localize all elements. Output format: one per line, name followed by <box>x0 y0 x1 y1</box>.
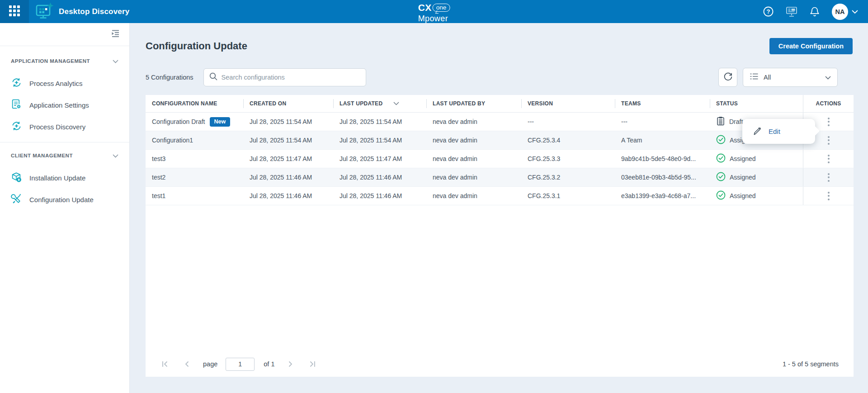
configuration-name-cell: test1 <box>146 187 243 205</box>
table-header-row: CONFIGURATION NAME CREATED ON LAST UPDAT… <box>146 95 854 113</box>
row-actions-kebab-icon[interactable] <box>823 189 834 203</box>
process-discovery-icon <box>11 120 22 133</box>
filter-dropdown[interactable]: All <box>743 68 838 87</box>
last-updated-by-cell: neva dev admin <box>426 168 521 186</box>
new-badge: New <box>210 117 231 127</box>
configuration-name-cell: test3 <box>146 150 243 168</box>
first-page-icon[interactable] <box>157 359 172 369</box>
sidebar-item-label: Installation Update <box>29 174 85 182</box>
sidebar-section-client-management[interactable]: CLIENT MANAGEMENT <box>0 151 129 161</box>
column-header-teams: TEAMS <box>615 95 710 112</box>
configurations-count: 5 Configurations <box>146 74 193 81</box>
application-settings-icon <box>11 99 22 112</box>
help-icon[interactable]: ? <box>763 6 774 17</box>
row-actions-kebab-icon[interactable] <box>823 133 834 147</box>
screen-board-icon[interactable] <box>786 6 797 17</box>
status-cell: Assigned <box>710 187 803 205</box>
page-title: Configuration Update <box>146 40 247 52</box>
last-page-icon[interactable] <box>305 359 320 369</box>
draft-clipboard-icon <box>716 116 725 127</box>
sidebar-item-process-analytics[interactable]: Process Analytics <box>0 72 129 94</box>
created-on-cell: Jul 28, 2025 11:46 AM <box>243 168 333 186</box>
created-on-cell: Jul 28, 2025 11:54 AM <box>243 131 333 149</box>
apps-grid-icon <box>9 5 20 19</box>
sidebar-item-label: Process Analytics <box>29 80 83 87</box>
table-toolbar: 5 Configurations All <box>130 68 868 87</box>
process-analytics-icon <box>11 77 22 90</box>
user-menu[interactable]: NA <box>832 4 858 20</box>
edit-menu-item[interactable]: Edit <box>769 128 780 135</box>
status-text: Assigned <box>730 155 756 162</box>
header-actions: ? NA <box>763 4 858 20</box>
pagination-range-label: 1 - 5 of 5 segments <box>783 360 839 368</box>
column-header-version: VERSION <box>521 95 615 112</box>
sidebar-item-label: Configuration Update <box>29 196 94 204</box>
search-icon <box>209 72 217 82</box>
top-header-bar: Desktop Discovery CX one Mpower ? <box>0 0 868 23</box>
avatar: NA <box>832 4 848 20</box>
collapse-sidebar-icon[interactable] <box>110 29 120 40</box>
assigned-check-icon <box>716 135 726 146</box>
column-header-status: STATUS <box>710 95 803 112</box>
configuration-name-cell: test2 <box>146 168 243 186</box>
pagination-bar: page of 1 1 - 5 of 5 segments <box>146 357 854 371</box>
edit-pencil-icon <box>752 126 762 137</box>
row-actions-kebab-icon[interactable] <box>823 115 834 129</box>
section-chevron-down-icon <box>113 152 118 160</box>
one-bubble-text: one <box>433 4 450 12</box>
installation-update-icon <box>11 171 22 185</box>
last-updated-by-cell: neva dev admin <box>426 113 521 131</box>
column-header-last-updated[interactable]: LAST UPDATED <box>333 95 426 112</box>
configuration-name-cell: Configuration Draft New <box>146 113 243 131</box>
column-header-last-updated-by: LAST UPDATED BY <box>426 95 521 112</box>
configuration-name: Configuration Draft <box>152 118 205 125</box>
filter-chevron-down-icon <box>825 73 831 81</box>
notifications-bell-icon[interactable] <box>810 6 820 17</box>
version-cell: CFG.25.3.1 <box>521 187 615 205</box>
sidebar-item-installation-update[interactable]: Installation Update <box>0 167 129 189</box>
sidebar: APPLICATION MANAGEMENT <box>0 23 130 393</box>
row-context-menu: Edit <box>742 119 815 144</box>
page-number-input[interactable] <box>226 358 255 371</box>
actions-cell <box>803 168 854 186</box>
assigned-check-icon <box>716 172 726 183</box>
user-menu-chevron-down-icon <box>852 8 858 16</box>
sidebar-item-application-settings[interactable]: Application Settings <box>0 94 129 116</box>
main-content: Configuration Update Create Configuratio… <box>130 23 868 393</box>
row-actions-kebab-icon[interactable] <box>823 170 834 185</box>
search-input[interactable] <box>222 74 360 81</box>
table-row: test2 Jul 28, 2025 11:46 AM Jul 28, 2025… <box>146 168 854 187</box>
sidebar-item-process-discovery[interactable]: Process Discovery <box>0 116 129 137</box>
page-label: page <box>203 360 217 368</box>
column-header-actions: ACTIONS <box>803 95 854 112</box>
refresh-button[interactable] <box>718 68 737 87</box>
app-switcher-button[interactable] <box>0 0 29 23</box>
teams-cell: --- <box>615 113 710 131</box>
section-label: APPLICATION MANAGEMENT <box>11 58 90 64</box>
sidebar-section-application-management[interactable]: APPLICATION MANAGEMENT <box>0 56 129 66</box>
refresh-icon <box>723 72 733 83</box>
status-text: Assigned <box>730 174 756 181</box>
last-updated-cell: Jul 28, 2025 11:54 AM <box>333 113 426 131</box>
mpower-logo-text: Mpower <box>418 14 450 24</box>
teams-cell: 9ab9c41b-5de5-48e0-9d... <box>615 150 710 168</box>
next-page-icon[interactable] <box>284 359 297 369</box>
version-cell: --- <box>521 113 615 131</box>
cx-logo-text: CX <box>418 2 432 13</box>
sort-chevron-down-icon <box>393 102 399 105</box>
version-cell: CFG.25.3.4 <box>521 131 615 149</box>
version-cell: CFG.25.3.2 <box>521 168 615 186</box>
previous-page-icon[interactable] <box>180 359 193 369</box>
page-of-label: of 1 <box>264 360 274 368</box>
column-header-label: LAST UPDATED <box>340 100 382 107</box>
create-configuration-button[interactable]: Create Configuration <box>769 38 853 54</box>
table-row: test3 Jul 28, 2025 11:47 AM Jul 28, 2025… <box>146 150 854 168</box>
configuration-name-cell: Configuration1 <box>146 131 243 149</box>
status-text: Draft <box>729 118 743 125</box>
row-actions-kebab-icon[interactable] <box>823 152 834 166</box>
last-updated-by-cell: neva dev admin <box>426 187 521 205</box>
teams-cell: e3ab1399-e3a9-4c68-a7... <box>615 187 710 205</box>
sidebar-item-configuration-update[interactable]: Configuration Update <box>0 189 129 210</box>
last-updated-by-cell: neva dev admin <box>426 131 521 149</box>
version-cell: CFG.25.3.3 <box>521 150 615 168</box>
